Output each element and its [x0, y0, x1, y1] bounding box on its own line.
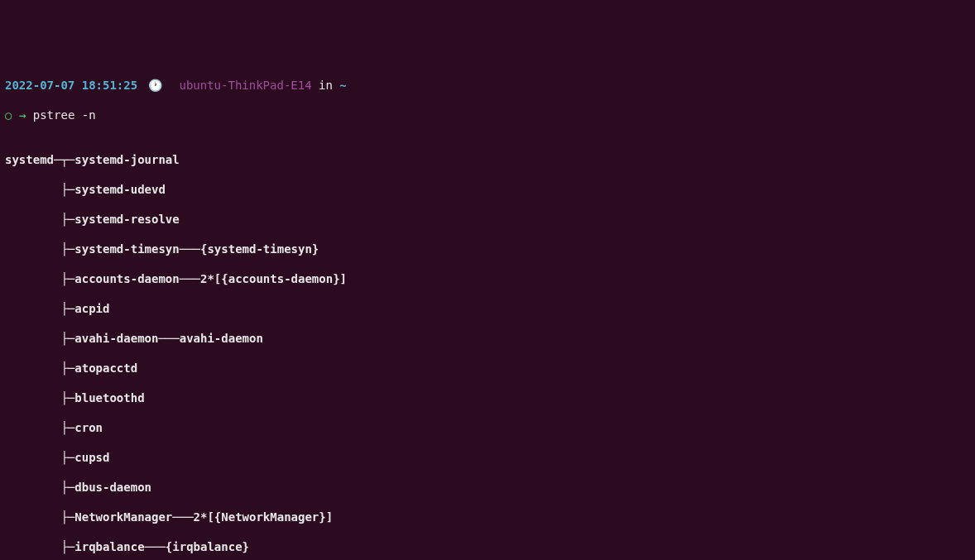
tree-line: ├─systemd-resolve: [5, 212, 970, 227]
prompt-line-1: 2022-07-07 18:51:25 🕐 ubuntu-ThinkPad-E1…: [5, 78, 970, 93]
terminal-output: 2022-07-07 18:51:25 🕐 ubuntu-ThinkPad-E1…: [5, 63, 970, 560]
command-text: pstree -n: [33, 108, 96, 122]
tree-line: ├─systemd-timesyn───{systemd-timesyn}: [5, 242, 970, 256]
tree-line: ├─accounts-daemon───2*[{accounts-daemon}…: [5, 271, 970, 286]
tree-line: ├─systemd-udevd: [5, 182, 970, 197]
tree-line: ├─NetworkManager───2*[{NetworkManager}]: [5, 510, 970, 524]
tree-line: ├─bluetoothd: [5, 390, 970, 405]
in-word: in: [319, 79, 333, 92]
prompt-line-2[interactable]: ○ → pstree -n: [5, 108, 970, 122]
tree-line: ├─atopacctd: [5, 361, 970, 376]
tree-line: ├─cupsd: [5, 450, 970, 465]
tree-line: systemd─┬─systemd-journal: [5, 152, 970, 167]
prompt-arrow: →: [19, 108, 26, 122]
tree-line: ├─dbus-daemon: [5, 480, 970, 495]
pstree-output: systemd─┬─systemd-journal ├─systemd-udev…: [5, 137, 970, 560]
timestamp: 2022-07-07 18:51:25: [5, 79, 137, 92]
tree-line: ├─irqbalance───{irqbalance}: [5, 539, 970, 554]
clock-icon: 🕐: [148, 79, 162, 92]
tree-line: ├─cron: [5, 420, 970, 435]
hostname: ubuntu-ThinkPad-E14: [179, 79, 311, 92]
tree-line: ├─acpid: [5, 301, 970, 316]
path: ~: [339, 79, 346, 92]
prompt-circle: ○: [5, 108, 12, 122]
tree-line: ├─avahi-daemon───avahi-daemon: [5, 331, 970, 346]
